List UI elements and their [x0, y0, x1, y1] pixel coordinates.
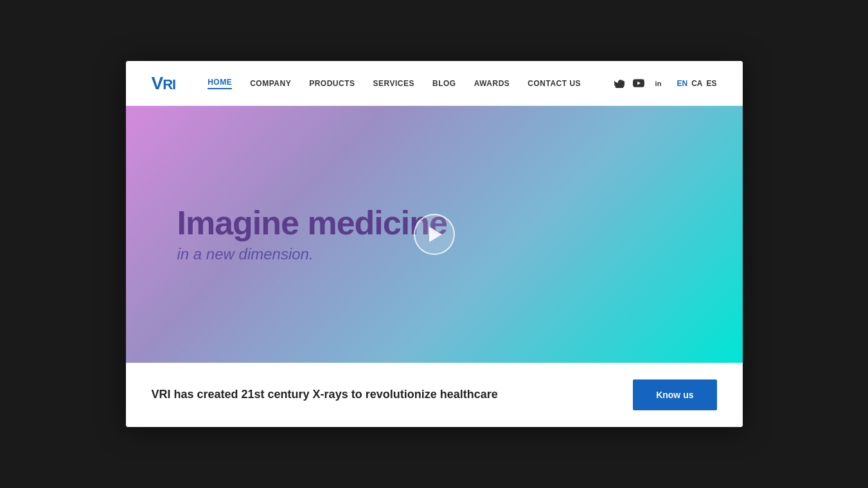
play-button[interactable]: [414, 214, 455, 255]
lang-en[interactable]: EN: [677, 79, 687, 88]
browser-window: VRI HOME COMPANY PRODUCTS SERVICES BLOG …: [126, 61, 743, 427]
youtube-icon[interactable]: [633, 78, 644, 89]
nav-products[interactable]: PRODUCTS: [309, 79, 355, 88]
hero-title: Imagine medicine: [177, 205, 447, 241]
nav-home[interactable]: HOME: [208, 78, 232, 89]
nav-contact[interactable]: CONTACT US: [527, 79, 581, 88]
nav-awards[interactable]: AWARDS: [474, 79, 510, 88]
twitter-icon[interactable]: [614, 78, 625, 89]
hero-text: Imagine medicine in a new dimension.: [177, 205, 447, 263]
hero-section: Imagine medicine in a new dimension.: [126, 106, 743, 363]
know-us-button[interactable]: Know us: [633, 379, 716, 410]
lang-es[interactable]: ES: [706, 79, 716, 88]
lang-selector: EN CA ES: [677, 79, 716, 88]
bottom-tagline: VRI has created 21st century X-rays to r…: [152, 387, 608, 403]
nav-blog[interactable]: BLOG: [432, 79, 456, 88]
play-icon: [429, 227, 442, 242]
hero-subtitle: in a new dimension.: [177, 246, 447, 264]
nav-company[interactable]: COMPANY: [250, 79, 291, 88]
nav-links: HOME COMPANY PRODUCTS SERVICES BLOG AWAR…: [208, 78, 614, 89]
nav-services[interactable]: SERVICES: [373, 79, 414, 88]
bottom-bar: VRI has created 21st century X-rays to r…: [126, 363, 743, 427]
navbar: VRI HOME COMPANY PRODUCTS SERVICES BLOG …: [126, 61, 743, 106]
linkedin-icon[interactable]: in: [652, 78, 664, 89]
social-icons: in: [614, 78, 664, 89]
lang-ca[interactable]: CA: [691, 79, 702, 88]
logo[interactable]: VRI: [152, 73, 176, 94]
